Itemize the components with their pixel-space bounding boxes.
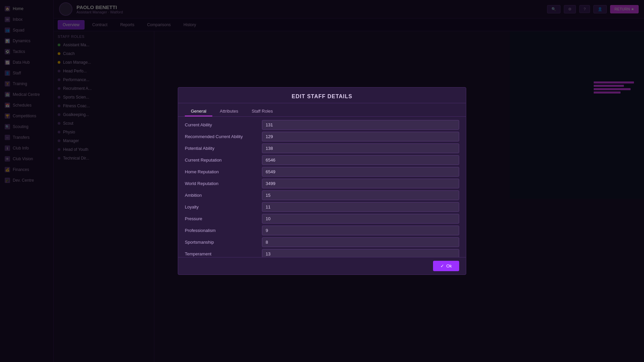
label-pressure: Pressure [185,216,262,221]
ok-button[interactable]: ✓ Ok [433,261,459,271]
label-home-rep: Home Reputation [185,169,262,174]
dialog-tab-staffroles[interactable]: Staff Roles [246,107,279,116]
field-row-loyalty: Loyalty [185,202,459,212]
input-ambition[interactable] [262,190,459,200]
input-current-ability[interactable] [262,120,459,130]
dialog-title: EDIT STAFF DETAILS [178,87,466,103]
label-professionalism: Professionalism [185,228,262,233]
edit-staff-dialog: EDIT STAFF DETAILS General Attributes St… [178,87,466,275]
input-world-rep[interactable] [262,179,459,188]
field-row-professionalism: Professionalism [185,226,459,235]
input-home-rep[interactable] [262,167,459,177]
field-row-rec-ability: Recommended Current Ability [185,132,459,141]
field-row-current-ability: Current Ability [185,120,459,130]
label-world-rep: World Reputation [185,181,262,186]
input-temperament[interactable] [262,249,459,257]
dialog-body: Current Ability Recommended Current Abil… [178,117,466,257]
label-ambition: Ambition [185,193,262,198]
field-row-ambition: Ambition [185,190,459,200]
label-current-rep: Current Reputation [185,158,262,163]
dialog-tab-general[interactable]: General [185,107,212,116]
label-rec-ability: Recommended Current Ability [185,134,262,139]
input-rec-ability[interactable] [262,132,459,141]
label-sportsmanship: Sportsmanship [185,240,262,245]
field-row-potential-ability: Potential Ability [185,143,459,153]
field-row-home-rep: Home Reputation [185,167,459,177]
input-potential-ability[interactable] [262,143,459,153]
field-row-temperament: Temperament [185,249,459,257]
input-sportsmanship[interactable] [262,237,459,247]
field-row-current-rep: Current Reputation [185,155,459,165]
field-row-pressure: Pressure [185,214,459,224]
input-professionalism[interactable] [262,226,459,235]
input-current-rep[interactable] [262,155,459,165]
label-loyalty: Loyalty [185,204,262,209]
label-potential-ability: Potential Ability [185,146,262,151]
ok-checkmark-icon: ✓ [440,263,444,268]
dialog-footer: ✓ Ok [178,257,466,275]
field-row-sportsmanship: Sportsmanship [185,237,459,247]
input-loyalty[interactable] [262,202,459,212]
input-pressure[interactable] [262,214,459,224]
label-current-ability: Current Ability [185,122,262,127]
label-temperament: Temperament [185,251,262,256]
ok-label: Ok [446,263,452,268]
dialog-tabs: General Attributes Staff Roles [178,103,466,117]
dialog-tab-attributes[interactable]: Attributes [214,107,244,116]
field-row-world-rep: World Reputation [185,179,459,188]
